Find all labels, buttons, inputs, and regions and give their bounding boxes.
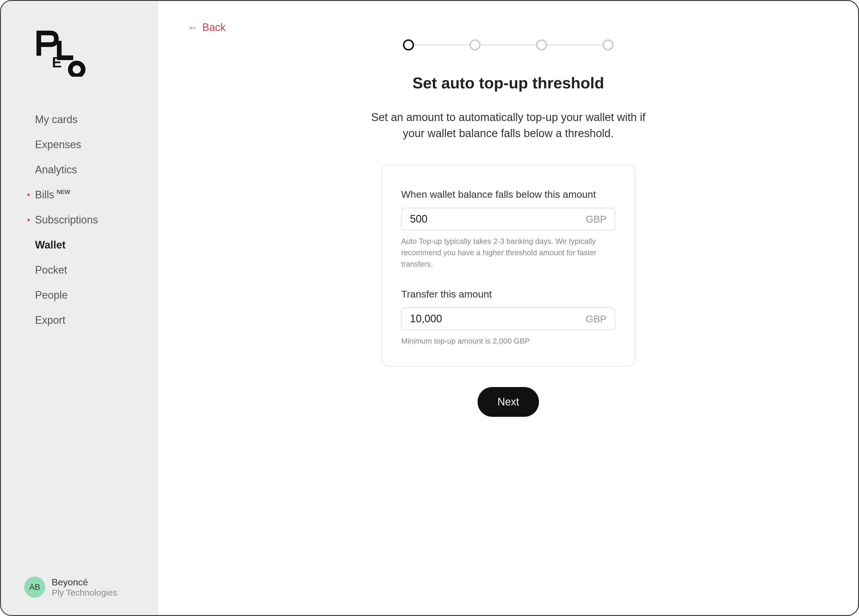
sidebar-item-wallet[interactable]: Wallet	[26, 232, 158, 257]
transfer-group: Transfer this amount GBP Minimum top-up …	[401, 289, 615, 347]
step-line	[481, 45, 536, 45]
new-badge: NEW	[56, 189, 70, 195]
step-line	[547, 45, 603, 45]
step-line	[414, 45, 470, 45]
sidebar-item-label: Pocket	[35, 264, 67, 276]
user-info: Beyoncé Ply Technologies	[52, 577, 117, 597]
arrow-left-icon: ←	[187, 22, 198, 33]
transfer-input-wrapper: GBP	[401, 307, 615, 330]
sidebar-item-people[interactable]: People	[26, 282, 158, 308]
page-title: Set auto top-up threshold	[412, 74, 604, 92]
sidebar-item-label: My cards	[35, 114, 78, 126]
transfer-label: Transfer this amount	[401, 289, 615, 300]
main-content: ← Back Set auto top-up threshold Set an …	[158, 1, 858, 615]
sidebar-item-label: Expenses	[35, 139, 81, 151]
sidebar-item-analytics[interactable]: Analytics	[26, 157, 158, 182]
currency-label: GBP	[586, 313, 607, 324]
sidebar-item-expenses[interactable]: Expenses	[26, 132, 158, 157]
sidebar-item-export[interactable]: Export	[26, 308, 158, 333]
notification-dot-icon	[27, 219, 30, 221]
avatar: AB	[24, 577, 45, 597]
user-account-button[interactable]: AB Beyoncé Ply Technologies	[1, 577, 158, 597]
notification-dot-icon	[27, 194, 30, 196]
threshold-hint: Auto Top-up typically takes 2-3 banking …	[401, 235, 615, 270]
threshold-input-wrapper: GBP	[401, 207, 615, 231]
company-name: Ply Technologies	[52, 588, 117, 597]
back-link[interactable]: ← Back	[187, 21, 226, 34]
step-indicator-1	[403, 39, 414, 50]
step-indicator-4	[603, 39, 614, 50]
form-card: When wallet balance falls below this amo…	[381, 165, 635, 366]
sidebar-item-label: Analytics	[35, 164, 77, 176]
sidebar-item-bills[interactable]: Bills NEW	[26, 182, 158, 207]
svg-text:E: E	[52, 54, 62, 70]
back-label: Back	[202, 21, 226, 34]
sidebar-item-pocket[interactable]: Pocket	[26, 257, 158, 282]
progress-stepper	[403, 39, 614, 50]
next-button[interactable]: Next	[478, 387, 539, 417]
transfer-hint: Minimum top-up amount is 2,000 GBP	[401, 335, 615, 347]
sidebar-item-my-cards[interactable]: My cards	[26, 107, 158, 132]
threshold-group: When wallet balance falls below this amo…	[401, 189, 615, 270]
threshold-label: When wallet balance falls below this amo…	[401, 189, 615, 200]
sidebar-item-subscriptions[interactable]: Subscriptions	[26, 207, 158, 232]
page-description: Set an amount to automatically top-up yo…	[368, 109, 648, 142]
sidebar-nav: My cards Expenses Analytics Bills NEW Su…	[1, 107, 158, 577]
app-window: E My cards Expenses Analytics Bills NEW	[0, 0, 859, 616]
sidebar-item-label: People	[35, 289, 68, 301]
step-indicator-2	[470, 39, 481, 50]
currency-label: GBP	[586, 214, 607, 225]
transfer-input[interactable]	[410, 313, 586, 325]
sidebar-item-label: Bills	[35, 189, 54, 201]
step-indicator-3	[536, 39, 547, 50]
sidebar-item-label: Export	[35, 314, 66, 326]
pleo-logo: E	[1, 30, 158, 107]
avatar-initials: AB	[29, 582, 40, 592]
sidebar: E My cards Expenses Analytics Bills NEW	[1, 1, 158, 615]
user-name: Beyoncé	[52, 577, 117, 588]
sidebar-item-label: Subscriptions	[35, 214, 98, 226]
sidebar-item-label: Wallet	[35, 239, 66, 251]
svg-point-1	[70, 63, 83, 76]
threshold-input[interactable]	[410, 213, 586, 225]
content-center: Set auto top-up threshold Set an amount …	[187, 36, 829, 417]
